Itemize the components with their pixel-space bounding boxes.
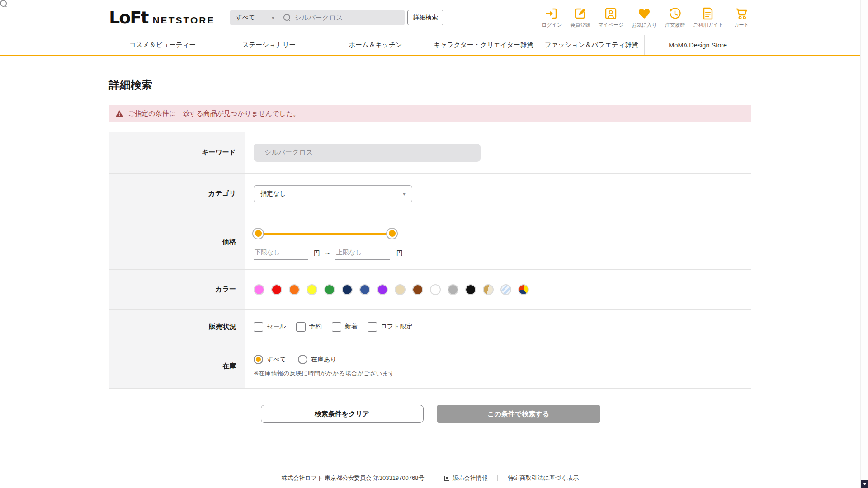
stock-radio-1[interactable]: すべて [254,355,286,364]
search-category-value: すべて [236,14,255,22]
chevron-down-icon: ▾ [403,191,406,197]
quick-link-cart[interactable]: カート [731,7,751,28]
logo-netstore-text: NETSTORE [152,15,215,26]
clear-conditions-button[interactable]: 検索条件をクリア [261,405,424,423]
keyword-label: キーワード [109,132,245,173]
footer-link-legal-label: 特定商取引法に基づく表示 [508,474,579,482]
radio-icon [298,355,307,364]
page-title: 詳細検索 [109,78,751,92]
checkbox-icon [254,322,263,332]
radio-label: 在庫あり [311,356,337,364]
color-swatch-brown[interactable] [412,284,423,295]
footer-link-legal[interactable]: 特定商取引法に基づく表示 [508,474,579,482]
keyword-value: シルバークロス [264,148,313,157]
quick-link-label: 会員登録 [570,22,590,28]
color-swatch-white[interactable] [430,284,441,295]
color-swatch-multicolor[interactable] [518,284,529,295]
price-min-input[interactable]: 下限なし [254,248,308,260]
search-box: すべて ▾ シルバークロス [230,10,405,25]
cart-icon [735,7,748,20]
nav-item-2[interactable]: ステーショナリー [216,35,322,55]
color-swatch-red[interactable] [271,284,282,295]
price-slider-track [258,233,392,235]
price-slider-max-handle[interactable] [386,228,398,239]
checkbox-label: 予約 [309,323,322,331]
color-swatch-purple[interactable] [377,284,388,295]
stock-note: ※在庫情報の反映に時間がかかる場合がございます [254,370,395,378]
detail-search-button[interactable]: 詳細検索 [407,10,443,25]
header-quick-links: ログイン 会員登録 マイページ お気に入り 注文履歴 ご利用ガイド カート [542,7,751,28]
quick-link-label: ご利用ガイド [693,22,723,28]
color-swatch-orange[interactable] [289,284,300,295]
scroll-down-button[interactable] [861,480,868,488]
color-swatch-black[interactable] [465,284,476,295]
nav-item-1[interactable]: コスメ＆ビューティー [109,35,216,55]
category-value: 指定なし [260,190,286,198]
sales-status-label: 販売状況 [109,310,245,344]
company-info-icon [444,476,449,481]
sales-status-checkbox-1[interactable]: セール [254,322,286,332]
form-row-keyword: キーワード シルバークロス [109,132,751,174]
radio-icon [254,355,263,364]
checkbox-label: ロフト限定 [381,323,413,331]
checkbox-icon [296,322,306,332]
quick-link-label: カート [734,22,749,28]
radio-label: すべて [267,356,286,364]
order-history-icon [668,7,682,20]
form-row-sales-status: 販売状況 セール 予約 新着 ロフト限定 [109,310,751,344]
quick-link-login[interactable]: ログイン [542,7,562,28]
footer: 株式会社ロフト 東京都公安委員会 第303319700768号 販売会社情報 特… [0,468,860,488]
color-swatch-green[interactable] [324,284,335,295]
chevron-down-icon: ▾ [272,15,274,21]
color-swatch-yellow[interactable] [307,284,317,295]
price-max-input[interactable]: 上限なし [335,248,390,260]
search-input[interactable]: シルバークロス [278,14,405,22]
form-actions: 検索条件をクリア この条件で検索する [109,405,751,423]
nav-item-4[interactable]: キャラクター・クリエイター雑貨 [429,35,538,55]
price-unit-max: 円 [396,249,403,258]
quick-link-order-history[interactable]: 注文履歴 [665,7,685,28]
nav-item-5[interactable]: ファッション＆バラエティ雑貨 [538,35,645,55]
form-row-price: 価格 下限なし 円 ～ 上限なし 円 [109,214,751,270]
warning-icon [115,110,123,117]
mypage-icon [604,7,618,20]
search-form: キーワード シルバークロス カテゴリ 指定なし ▾ 価格 [109,132,751,389]
quick-link-label: マイページ [598,22,623,28]
category-select[interactable]: 指定なし ▾ [254,185,412,202]
quick-link-register[interactable]: 会員登録 [570,7,590,28]
sales-status-checkbox-2[interactable]: 予約 [296,322,322,332]
favorites-icon [637,7,651,20]
stock-label: 在庫 [109,344,245,388]
footer-divider [434,475,434,481]
color-swatch-gold[interactable] [483,284,494,295]
quick-link-label: お気に入り [632,22,657,28]
loft-logo[interactable]: LoFt NETSTORE [109,8,215,28]
color-swatch-navy[interactable] [342,284,353,295]
sales-status-checkbox-3[interactable]: 新着 [332,322,358,332]
color-swatch-clear[interactable] [500,284,511,295]
color-label: カラー [109,270,245,309]
color-swatch-blue[interactable] [359,284,370,295]
quick-link-mypage[interactable]: マイページ [598,7,623,28]
keyword-input[interactable]: シルバークロス [254,144,481,162]
error-banner: ご指定の条件に一致する商品が見つかりませんでした。 [109,105,751,122]
color-swatch-pink[interactable] [254,284,264,295]
header-searchbar: すべて ▾ シルバークロス 詳細検索 [230,10,443,25]
error-message: ご指定の条件に一致する商品が見つかりませんでした。 [128,109,300,118]
sales-status-checkbox-4[interactable]: ロフト限定 [368,322,413,332]
search-category-select[interactable]: すべて ▾ [230,10,278,25]
color-swatch-gray[interactable] [448,284,458,295]
search-with-conditions-button[interactable]: この条件で検索する [437,405,600,423]
checkbox-label: 新着 [345,323,358,331]
nav-item-6[interactable]: MoMA Design Store [644,35,751,55]
scrollbar[interactable] [860,0,868,488]
price-unit-min: 円 [314,249,320,258]
price-slider-min-handle[interactable] [252,228,264,239]
nav-item-3[interactable]: ホーム＆キッチン [322,35,429,55]
footer-link-company-info[interactable]: 販売会社情報 [444,474,487,482]
form-row-category: カテゴリ 指定なし ▾ [109,174,751,214]
stock-radio-2[interactable]: 在庫あり [298,355,337,364]
color-swatch-beige[interactable] [395,284,406,295]
quick-link-favorites[interactable]: お気に入り [632,7,657,28]
quick-link-guide[interactable]: ご利用ガイド [693,7,723,28]
